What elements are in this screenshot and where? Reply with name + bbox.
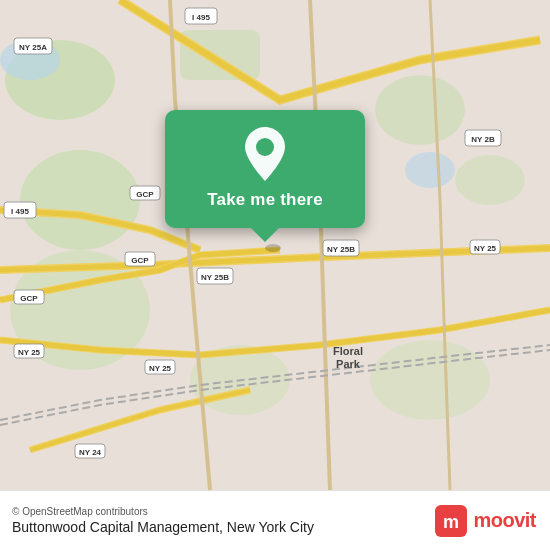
take-me-there-button[interactable]: Take me there	[203, 188, 327, 212]
svg-text:GCP: GCP	[20, 294, 38, 303]
svg-text:NY 2B: NY 2B	[471, 135, 495, 144]
svg-text:NY 25: NY 25	[474, 244, 497, 253]
svg-text:Park: Park	[336, 358, 361, 370]
moovit-text: moovit	[473, 509, 536, 532]
svg-text:m: m	[443, 512, 459, 532]
svg-text:Floral: Floral	[333, 345, 363, 357]
moovit-icon: m	[435, 505, 467, 537]
svg-point-2	[20, 150, 140, 250]
location-popup: Take me there	[165, 110, 365, 228]
svg-text:NY 25: NY 25	[18, 348, 41, 357]
svg-text:NY 25: NY 25	[149, 364, 172, 373]
svg-point-5	[455, 155, 525, 205]
svg-text:GCP: GCP	[131, 256, 149, 265]
svg-point-40	[256, 138, 274, 156]
map-area[interactable]: NY 25A I 495 I 495 GCP GCP GCP NY 25B NY…	[0, 0, 550, 490]
svg-text:NY 25B: NY 25B	[327, 245, 355, 254]
svg-rect-3	[180, 30, 260, 80]
svg-point-8	[370, 340, 490, 420]
svg-text:I 495: I 495	[192, 13, 210, 22]
location-label: Buttonwood Capital Management, New York …	[12, 519, 314, 535]
svg-text:NY 25B: NY 25B	[201, 273, 229, 282]
location-pin-icon	[239, 128, 291, 180]
svg-point-4	[375, 75, 465, 145]
svg-text:GCP: GCP	[136, 190, 154, 199]
svg-point-10	[405, 152, 455, 188]
svg-text:NY 25A: NY 25A	[19, 43, 47, 52]
svg-point-39	[265, 244, 281, 252]
svg-text:I 495: I 495	[11, 207, 29, 216]
bottom-left-info: © OpenStreetMap contributors Buttonwood …	[12, 506, 314, 535]
map-svg: NY 25A I 495 I 495 GCP GCP GCP NY 25B NY…	[0, 0, 550, 490]
moovit-logo[interactable]: m moovit	[435, 505, 536, 537]
svg-text:NY 24: NY 24	[79, 448, 102, 457]
bottom-bar: © OpenStreetMap contributors Buttonwood …	[0, 490, 550, 550]
copyright-text: © OpenStreetMap contributors	[12, 506, 314, 517]
